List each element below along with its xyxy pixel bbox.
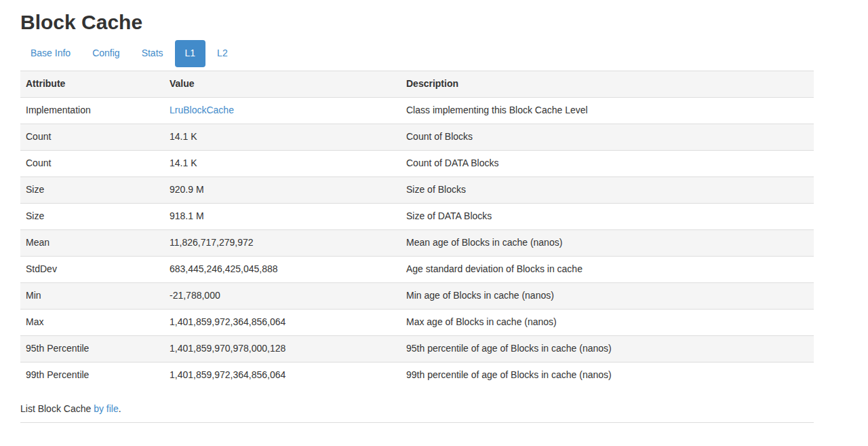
description-cell: 99th percentile of age of Blocks in cach…	[401, 362, 814, 388]
value-cell: 1,401,859,972,364,856,064	[164, 309, 401, 335]
attribute-cell: Mean	[20, 229, 164, 256]
value-cell: 1,401,859,972,364,856,064	[164, 362, 401, 388]
value-cell: 683,445,246,425,045,888	[164, 256, 401, 282]
tab-item-l1: L1	[175, 40, 206, 67]
column-header-description: Description	[401, 71, 814, 97]
tab-item-base-info: Base Info	[20, 40, 81, 67]
value-link[interactable]: LruBlockCache	[170, 105, 234, 115]
table-row: 95th Percentile1,401,859,970,978,000,128…	[20, 335, 814, 362]
description-cell: Mean age of Blocks in cache (nanos)	[401, 229, 814, 256]
table-header-row: Attribute Value Description	[20, 71, 814, 97]
attribute-cell: Size	[20, 176, 164, 203]
description-cell: Count of DATA Blocks	[401, 150, 814, 176]
tab-item-l2: L2	[207, 40, 238, 67]
value-cell: 11,826,717,279,972	[164, 229, 401, 256]
value-cell: 1,401,859,970,978,000,128	[164, 335, 401, 362]
bottom-divider	[20, 422, 814, 423]
attribute-cell: Size	[20, 203, 164, 229]
table-row: Mean11,826,717,279,972Mean age of Blocks…	[20, 229, 814, 256]
description-cell: Max age of Blocks in cache (nanos)	[401, 309, 814, 335]
table-row: Max1,401,859,972,364,856,064Max age of B…	[20, 309, 814, 335]
page-title: Block Cache	[20, 11, 814, 33]
footer-prefix: List Block Cache	[20, 403, 91, 414]
tab-item-config: Config	[82, 40, 130, 67]
column-header-value: Value	[164, 71, 401, 97]
attribute-cell: 99th Percentile	[20, 362, 164, 388]
block-cache-tabs: Base InfoConfigStatsL1L2	[20, 40, 814, 67]
page: Block Cache Base InfoConfigStatsL1L2 Att…	[0, 11, 868, 446]
block-cache-table: Attribute Value Description Implementati…	[20, 71, 814, 388]
tab-l2[interactable]: L2	[207, 40, 238, 67]
table-row: Count14.1 KCount of DATA Blocks	[20, 150, 814, 176]
attribute-cell: Count	[20, 150, 164, 176]
description-cell: Count of Blocks	[401, 124, 814, 150]
value-cell: -21,788,000	[164, 282, 401, 309]
value-cell: 918.1 M	[164, 203, 401, 229]
description-cell: Min age of Blocks in cache (nanos)	[401, 282, 814, 309]
footer-suffix: .	[119, 403, 121, 414]
column-header-attribute: Attribute	[20, 71, 164, 97]
table-row: Size918.1 MSize of DATA Blocks	[20, 203, 814, 229]
attribute-cell: StdDev	[20, 256, 164, 282]
description-cell: Size of DATA Blocks	[401, 203, 814, 229]
by-file-link[interactable]: by file	[94, 403, 119, 414]
table-row: ImplementationLruBlockCacheClass impleme…	[20, 97, 814, 124]
tab-item-stats: Stats	[132, 40, 174, 67]
value-cell: 14.1 K	[164, 124, 401, 150]
value-cell: LruBlockCache	[164, 97, 401, 124]
table-row: Min-21,788,000Min age of Blocks in cache…	[20, 282, 814, 309]
tab-l1[interactable]: L1	[175, 40, 206, 67]
tab-base-info[interactable]: Base Info	[20, 40, 81, 67]
attribute-cell: Max	[20, 309, 164, 335]
table-row: Size920.9 MSize of Blocks	[20, 176, 814, 203]
tab-config[interactable]: Config	[82, 40, 130, 67]
description-cell: Class implementing this Block Cache Leve…	[401, 97, 814, 124]
value-cell: 14.1 K	[164, 150, 401, 176]
table-row: 99th Percentile1,401,859,972,364,856,064…	[20, 362, 814, 388]
attribute-cell: Implementation	[20, 97, 164, 124]
block-cache-container: Block Cache Base InfoConfigStatsL1L2 Att…	[20, 11, 814, 423]
description-cell: Size of Blocks	[401, 176, 814, 203]
description-cell: 95th percentile of age of Blocks in cach…	[401, 335, 814, 362]
description-cell: Age standard deviation of Blocks in cach…	[401, 256, 814, 282]
attribute-cell: Min	[20, 282, 164, 309]
table-row: Count14.1 KCount of Blocks	[20, 124, 814, 150]
footer-text: List Block Cache by file.	[20, 403, 814, 414]
table-row: StdDev683,445,246,425,045,888Age standar…	[20, 256, 814, 282]
attribute-cell: Count	[20, 124, 164, 150]
tab-stats[interactable]: Stats	[132, 40, 174, 67]
attribute-cell: 95th Percentile	[20, 335, 164, 362]
value-cell: 920.9 M	[164, 176, 401, 203]
